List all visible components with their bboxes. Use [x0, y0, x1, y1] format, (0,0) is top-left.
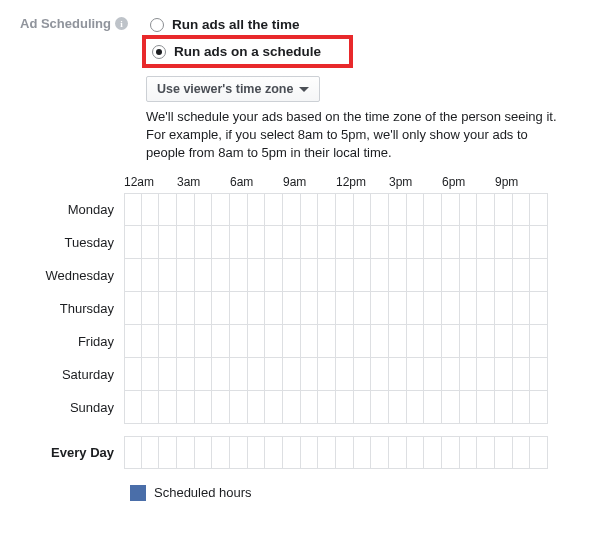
schedule-cell[interactable]: [354, 358, 372, 391]
schedule-cell[interactable]: [230, 358, 248, 391]
schedule-cell[interactable]: [477, 358, 495, 391]
schedule-cell[interactable]: [283, 226, 301, 259]
schedule-cell[interactable]: [513, 292, 531, 325]
schedule-cell[interactable]: [142, 193, 160, 226]
schedule-cell[interactable]: [159, 259, 177, 292]
schedule-cell[interactable]: [336, 325, 354, 358]
schedule-cell[interactable]: [424, 358, 442, 391]
schedule-cell[interactable]: [177, 436, 195, 469]
schedule-cell[interactable]: [424, 436, 442, 469]
schedule-cell[interactable]: [460, 358, 478, 391]
schedule-cell[interactable]: [248, 325, 266, 358]
schedule-cell[interactable]: [407, 391, 425, 424]
schedule-cell[interactable]: [354, 193, 372, 226]
schedule-cell[interactable]: [477, 226, 495, 259]
schedule-cell[interactable]: [354, 226, 372, 259]
schedule-cell[interactable]: [389, 226, 407, 259]
schedule-cell[interactable]: [177, 391, 195, 424]
schedule-cell[interactable]: [318, 325, 336, 358]
schedule-cell[interactable]: [530, 358, 548, 391]
schedule-cell[interactable]: [283, 358, 301, 391]
schedule-cell[interactable]: [124, 259, 142, 292]
schedule-cell[interactable]: [460, 391, 478, 424]
schedule-cell[interactable]: [530, 226, 548, 259]
schedule-cell[interactable]: [318, 226, 336, 259]
schedule-cell[interactable]: [248, 193, 266, 226]
schedule-cell[interactable]: [389, 292, 407, 325]
schedule-cell[interactable]: [407, 325, 425, 358]
schedule-cell[interactable]: [495, 436, 513, 469]
schedule-cell[interactable]: [371, 391, 389, 424]
schedule-cell[interactable]: [477, 391, 495, 424]
schedule-cell[interactable]: [142, 292, 160, 325]
schedule-cell[interactable]: [354, 436, 372, 469]
schedule-cell[interactable]: [442, 391, 460, 424]
schedule-cell[interactable]: [407, 436, 425, 469]
schedule-cell[interactable]: [460, 226, 478, 259]
schedule-cell[interactable]: [424, 292, 442, 325]
schedule-cell[interactable]: [495, 292, 513, 325]
schedule-cell[interactable]: [371, 259, 389, 292]
schedule-cell[interactable]: [265, 193, 283, 226]
schedule-cell[interactable]: [495, 259, 513, 292]
schedule-cell[interactable]: [477, 325, 495, 358]
schedule-cell[interactable]: [495, 226, 513, 259]
schedule-cell[interactable]: [495, 193, 513, 226]
schedule-cell[interactable]: [389, 358, 407, 391]
schedule-cell[interactable]: [495, 358, 513, 391]
schedule-cell[interactable]: [460, 436, 478, 469]
schedule-cell[interactable]: [124, 226, 142, 259]
schedule-cell[interactable]: [530, 391, 548, 424]
schedule-cell[interactable]: [230, 391, 248, 424]
schedule-cell[interactable]: [195, 193, 213, 226]
schedule-cell[interactable]: [195, 226, 213, 259]
schedule-cell[interactable]: [442, 259, 460, 292]
schedule-cell[interactable]: [212, 193, 230, 226]
schedule-cell[interactable]: [318, 358, 336, 391]
schedule-cell[interactable]: [230, 325, 248, 358]
schedule-cell[interactable]: [124, 292, 142, 325]
schedule-cell[interactable]: [442, 226, 460, 259]
schedule-cell[interactable]: [195, 292, 213, 325]
schedule-cell[interactable]: [283, 391, 301, 424]
schedule-cell[interactable]: [389, 391, 407, 424]
schedule-cell[interactable]: [177, 259, 195, 292]
schedule-cell[interactable]: [195, 358, 213, 391]
schedule-cell[interactable]: [301, 325, 319, 358]
schedule-cell[interactable]: [301, 226, 319, 259]
schedule-cell[interactable]: [212, 292, 230, 325]
schedule-cell[interactable]: [142, 259, 160, 292]
schedule-cell[interactable]: [442, 193, 460, 226]
schedule-cell[interactable]: [389, 325, 407, 358]
schedule-cell[interactable]: [142, 325, 160, 358]
schedule-cell[interactable]: [248, 358, 266, 391]
schedule-cell[interactable]: [407, 259, 425, 292]
schedule-cell[interactable]: [371, 193, 389, 226]
schedule-cell[interactable]: [265, 325, 283, 358]
schedule-cell[interactable]: [142, 391, 160, 424]
schedule-cell[interactable]: [301, 193, 319, 226]
schedule-cell[interactable]: [442, 292, 460, 325]
schedule-cell[interactable]: [248, 226, 266, 259]
timezone-select[interactable]: Use viewer's time zone: [146, 76, 320, 102]
schedule-cell[interactable]: [177, 193, 195, 226]
radio-run-all-time[interactable]: Run ads all the time: [146, 14, 580, 35]
schedule-cell[interactable]: [477, 259, 495, 292]
schedule-cell[interactable]: [159, 391, 177, 424]
schedule-cell[interactable]: [195, 436, 213, 469]
schedule-cell[interactable]: [318, 436, 336, 469]
schedule-cell[interactable]: [212, 436, 230, 469]
schedule-cell[interactable]: [424, 325, 442, 358]
schedule-cell[interactable]: [195, 391, 213, 424]
schedule-cell[interactable]: [159, 193, 177, 226]
schedule-cell[interactable]: [301, 358, 319, 391]
schedule-cell[interactable]: [230, 226, 248, 259]
schedule-cell[interactable]: [124, 193, 142, 226]
schedule-cell[interactable]: [212, 358, 230, 391]
schedule-cell[interactable]: [354, 325, 372, 358]
schedule-cell[interactable]: [212, 259, 230, 292]
schedule-cell[interactable]: [124, 358, 142, 391]
schedule-cell[interactable]: [513, 436, 531, 469]
schedule-cell[interactable]: [283, 292, 301, 325]
schedule-cell[interactable]: [336, 259, 354, 292]
